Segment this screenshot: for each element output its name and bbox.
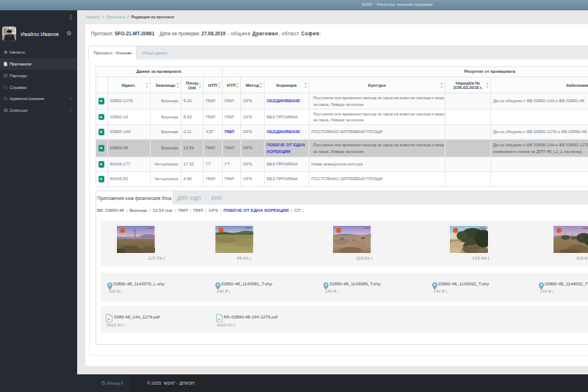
svg-text:A: A bbox=[218, 316, 220, 321]
svg-text:A: A bbox=[107, 316, 110, 321]
